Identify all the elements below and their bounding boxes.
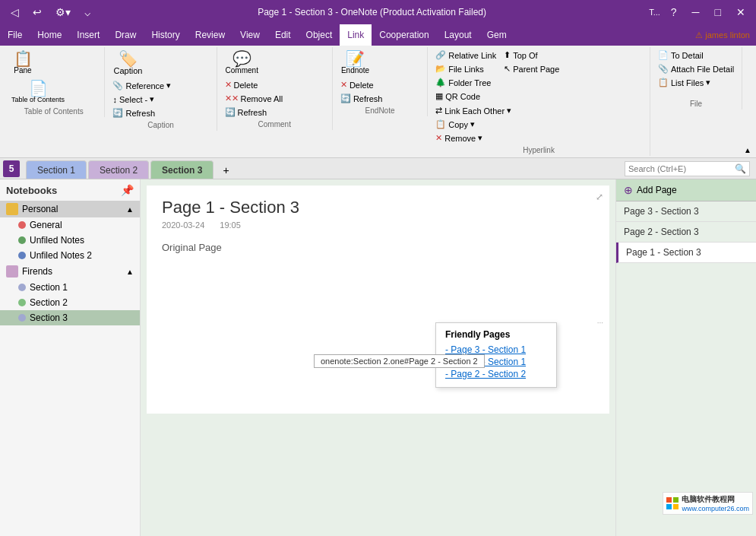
- section-firends-3[interactable]: Section 3: [0, 310, 140, 325]
- remove-all-icon: ✕✕: [225, 94, 239, 103]
- section-f3-label: Section 3: [30, 312, 68, 323]
- menu-insert[interactable]: Insert: [69, 24, 107, 46]
- menu-history[interactable]: History: [144, 24, 187, 46]
- file-col: 📄 To Detail 📎 Attach File Detail 📋 List …: [655, 49, 737, 89]
- friendly-link-3[interactable]: - Page 2 - Section 2: [445, 369, 547, 379]
- section-unfiled2-icon: [18, 252, 26, 259]
- reference-dropdown[interactable]: ▾: [166, 81, 171, 90]
- section-unfiled-notes-2[interactable]: Unfiled Notes 2: [0, 248, 140, 263]
- page-date: 2020-03-24: [162, 220, 204, 230]
- qr-code-button[interactable]: ▦ QR Code: [432, 90, 499, 103]
- comment-refresh-button[interactable]: 🔄 Refresh: [222, 106, 286, 119]
- search-input[interactable]: [628, 164, 735, 173]
- right-page-3[interactable]: Page 3 - Section 3: [616, 201, 756, 222]
- attach-file-detail-button[interactable]: 📎 Attach File Detail: [655, 62, 737, 75]
- caption-refresh-button[interactable]: 🔄 Refresh: [109, 106, 174, 119]
- add-page-icon: ⊕: [624, 184, 633, 196]
- menu-cooperation[interactable]: Cooperation: [372, 24, 436, 46]
- comment-delete-button[interactable]: ✕ Delete: [222, 78, 286, 91]
- activation-warning: ⚠ james linton: [695, 30, 750, 40]
- list-files-icon: 📋: [658, 78, 669, 87]
- notebook-firends[interactable]: Firends ▲: [0, 263, 140, 280]
- menu-layout[interactable]: Layout: [437, 24, 479, 46]
- close-btn[interactable]: ✕: [732, 5, 750, 20]
- menu-edit[interactable]: Edit: [267, 24, 299, 46]
- to-detail-button[interactable]: 📄 To Detail: [655, 49, 737, 62]
- ribbon-collapse-button[interactable]: ▲: [742, 144, 753, 156]
- parent-page-button[interactable]: ↖ Parent Page: [501, 62, 562, 75]
- link-each-other-button[interactable]: ⇄ Link Each Other ▾: [432, 104, 514, 117]
- overflow-label: T...: [649, 8, 660, 17]
- minimize-btn[interactable]: ─: [688, 5, 704, 20]
- settings-icon[interactable]: ⚙▾: [51, 5, 75, 20]
- section-tab-1[interactable]: Section 1: [26, 160, 87, 179]
- notebook-firends-expand[interactable]: ▲: [126, 268, 134, 276]
- endnote-refresh-button[interactable]: 🔄 Refresh: [337, 92, 386, 105]
- select-button[interactable]: ↕ Select - ▾: [109, 93, 174, 106]
- back-icon[interactable]: ◁: [6, 5, 24, 20]
- menu-review[interactable]: Review: [188, 24, 232, 46]
- remove-icon: ✕: [435, 133, 442, 143]
- comment-button[interactable]: 💬 Comment: [222, 49, 262, 77]
- friendly-pages-title: Friendly Pages: [445, 329, 547, 340]
- endnote-delete-button[interactable]: ✕ Delete: [337, 78, 386, 91]
- toc-button[interactable]: 📄 Table of Contents: [8, 78, 68, 106]
- pane-button[interactable]: 📋 Pane: [8, 49, 38, 77]
- hyperlink-col3: ⇄ Link Each Other ▾ 📋 Copy ▾ ✕ Remove ▾: [432, 104, 514, 144]
- menu-object[interactable]: Object: [299, 24, 340, 46]
- link-each-dropdown[interactable]: ▾: [507, 106, 511, 116]
- right-page-2[interactable]: Page 2 - Section 3: [616, 222, 756, 243]
- maximize-btn[interactable]: □: [710, 5, 726, 20]
- page-title: Page 1 - Section 3: [162, 198, 594, 217]
- customize-icon[interactable]: ⌵: [80, 5, 95, 20]
- pin-sidebar-button[interactable]: 📌: [121, 184, 134, 196]
- remove-all-button[interactable]: ✕✕ Remove All: [222, 92, 286, 105]
- section-unfiled-notes[interactable]: Unfiled Notes: [0, 233, 140, 248]
- add-section-button[interactable]: +: [215, 162, 236, 179]
- section-tab-2[interactable]: Section 2: [88, 160, 149, 179]
- remove-button[interactable]: ✕ Remove ▾: [432, 132, 514, 144]
- file-links-button[interactable]: 📂 File Links: [432, 62, 499, 75]
- menu-home[interactable]: Home: [30, 24, 69, 46]
- ribbon-group-toc: 📋 Pane 📄 Table of Contents Table of Cont…: [3, 47, 105, 117]
- section-tab-3[interactable]: Section 3: [150, 160, 214, 179]
- menu-draw[interactable]: Draw: [107, 24, 144, 46]
- friendly-link-1[interactable]: - Page 3 - Section 1: [445, 344, 547, 355]
- select-dropdown[interactable]: ▾: [150, 94, 154, 104]
- page-content: Page 1 - Section 3 2020-03-24 19:05 Orig…: [147, 186, 609, 414]
- search-icon[interactable]: 🔍: [735, 163, 746, 174]
- list-files-button[interactable]: 📋 List Files ▾: [655, 76, 737, 89]
- section-firends-1[interactable]: Section 1: [0, 280, 140, 295]
- add-page-button[interactable]: ⊕ Add Page: [616, 179, 756, 201]
- menu-view[interactable]: View: [232, 24, 267, 46]
- undo-icon[interactable]: ↩: [28, 5, 46, 20]
- reference-button[interactable]: 📎 Reference ▾: [109, 79, 174, 92]
- copy-button[interactable]: 📋 Copy ▾: [432, 118, 514, 131]
- menu-file[interactable]: File: [0, 24, 30, 46]
- remove-dropdown[interactable]: ▾: [478, 133, 482, 143]
- menu-gem[interactable]: Gem: [479, 24, 514, 46]
- notebook-firends-label: Firends: [22, 266, 52, 277]
- watermark: 电脑软件教程网 www.computer26.com: [663, 492, 753, 515]
- section-f3-icon: [18, 314, 26, 322]
- right-page-1[interactable]: Page 1 - Section 3: [616, 243, 756, 263]
- caption-button[interactable]: 🏷️ Caption: [109, 49, 146, 78]
- copy-dropdown[interactable]: ▾: [470, 119, 475, 129]
- comment-group-label: Comment: [258, 120, 291, 128]
- notebook-personal[interactable]: Personal ▲: [0, 201, 140, 217]
- section-firends-2[interactable]: Section 2: [0, 295, 140, 310]
- caption-refresh-icon: 🔄: [112, 108, 123, 118]
- top-of-button[interactable]: ⬆ Top Of: [501, 49, 562, 62]
- menu-link[interactable]: Link: [340, 24, 372, 46]
- help-btn[interactable]: ?: [666, 5, 682, 20]
- comment-icon: 💬: [232, 51, 251, 66]
- drag-handle[interactable]: ···: [597, 319, 603, 327]
- relative-link-button[interactable]: 🔗 Relative Link: [432, 49, 499, 62]
- folder-tree-button[interactable]: 🌲 Folder Tree: [432, 76, 499, 89]
- comment-buttons: 💬 Comment ✕ Delete ✕✕ Remove All 🔄 Refre…: [222, 49, 327, 119]
- notebook-personal-expand[interactable]: ▲: [126, 205, 134, 214]
- section-general[interactable]: General: [0, 217, 140, 233]
- list-files-dropdown[interactable]: ▾: [706, 78, 710, 87]
- endnote-button[interactable]: 📝 Endnote: [337, 49, 373, 77]
- expand-content-icon[interactable]: ⤢: [596, 192, 603, 202]
